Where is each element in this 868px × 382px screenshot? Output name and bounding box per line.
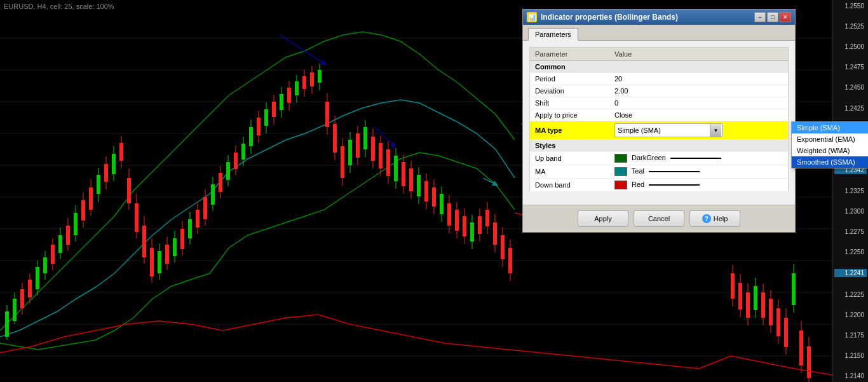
price-3: 1.2500 <box>834 43 867 50</box>
price-17: 1.2140 <box>834 372 867 379</box>
param-value-deviation[interactable]: 2.00 <box>609 85 789 97</box>
help-label: Help <box>714 215 728 222</box>
close-button[interactable]: ✕ <box>780 12 791 22</box>
style-label-ma: MA <box>530 165 610 179</box>
chart-title: EURUSD, H4, cell: 25, scale: 100% <box>4 3 114 10</box>
price-9: 1.2325 <box>834 188 867 194</box>
section-common-label: Common <box>530 61 789 73</box>
price-scale: 1.2550 1.2525 1.2500 1.2475 1.2450 1.242… <box>832 0 868 382</box>
dialog-title: Indicator properties (Bollinger Bands) <box>541 13 678 22</box>
parameters-table: Parameter Value Common Period 20 Deviati… <box>529 47 789 192</box>
ma-type-cell: Simple (SMA) Exponential (EMA) Weighted … <box>609 121 789 140</box>
param-label-apply-to-price: Apply to price <box>530 109 610 121</box>
dropdown-item-simple[interactable]: Simple (SMA) <box>792 122 868 133</box>
style-value-ma[interactable]: Teal <box>609 165 789 179</box>
upband-line-style <box>670 158 721 159</box>
table-row-ma: MA Teal <box>530 165 789 179</box>
price-16: 1.2150 <box>834 352 867 359</box>
price-12: 1.2250 <box>834 249 867 256</box>
upband-color-swatch <box>614 154 627 163</box>
ma-type-dropdown-popup: Simple (SMA) Exponential (EMA) Weighted … <box>791 121 868 168</box>
price-15: 1.2175 <box>834 332 867 339</box>
column-header-parameter: Parameter <box>530 48 610 61</box>
param-value-shift[interactable]: 0 <box>609 97 789 109</box>
ma-line-style <box>649 171 700 172</box>
price-current: 1.2241 <box>834 269 867 277</box>
price-4: 1.2475 <box>834 64 867 71</box>
downband-line-style <box>649 184 700 186</box>
ma-type-row: MA type Simple (SMA) Exponential (EMA) W… <box>530 121 789 140</box>
param-label-period: Period <box>530 73 610 85</box>
table-row: Period 20 <box>530 73 789 85</box>
tab-bar: Parameters <box>523 25 795 41</box>
price-1: 1.2550 <box>834 3 867 10</box>
ma-color-swatch <box>614 167 627 176</box>
param-value-apply-to-price[interactable]: Close <box>609 109 789 121</box>
cancel-button[interactable]: Cancel <box>634 210 684 227</box>
table-row-upband: Up band DarkGreen <box>530 152 789 165</box>
style-label-downband: Down band <box>530 179 610 192</box>
downband-color-swatch <box>614 181 627 189</box>
dialog-titlebar: 📊 Indicator properties (Bollinger Bands)… <box>523 10 795 25</box>
param-label-ma-type: MA type <box>530 121 610 140</box>
minimize-button[interactable]: − <box>754 12 766 22</box>
param-label-shift: Shift <box>530 97 610 109</box>
price-14: 1.2200 <box>834 311 867 318</box>
ma-color-name: Teal <box>632 167 644 175</box>
help-button[interactable]: ? Help <box>689 210 740 227</box>
table-row: Apply to price Close <box>530 109 789 121</box>
table-row: Deviation 2.00 <box>530 85 789 97</box>
indicator-properties-dialog: 📊 Indicator properties (Bollinger Bands)… <box>522 9 796 233</box>
table-row: Shift 0 <box>530 97 789 109</box>
dropdown-item-exponential[interactable]: Exponential (EMA) <box>792 133 868 145</box>
price-5: 1.2450 <box>834 84 867 91</box>
dropdown-item-smoothed[interactable]: Smoothed (SSMA) <box>792 156 868 168</box>
section-common: Common <box>530 61 789 73</box>
apply-button[interactable]: Apply <box>578 210 628 227</box>
price-11: 1.2275 <box>834 228 867 235</box>
table-row-downband: Down band Red <box>530 179 789 192</box>
dropdown-item-weighted[interactable]: Weighted (WMA) <box>792 145 868 156</box>
column-header-value: Value <box>609 48 789 61</box>
ma-type-select[interactable]: Simple (SMA) Exponential (EMA) Weighted … <box>614 123 722 137</box>
style-value-upband[interactable]: DarkGreen <box>609 152 789 165</box>
tab-parameters[interactable]: Parameters <box>528 28 578 41</box>
section-styles-label: Styles <box>530 140 789 152</box>
dialog-footer: Apply Cancel ? Help <box>523 205 795 232</box>
upband-color-name: DarkGreen <box>632 154 666 161</box>
style-label-upband: Up band <box>530 152 610 165</box>
price-10: 1.2300 <box>834 208 867 215</box>
maximize-button[interactable]: □ <box>767 12 778 22</box>
price-13: 1.2225 <box>834 291 867 298</box>
dialog-body: Parameter Value Common Period 20 Deviati… <box>523 41 795 205</box>
ma-type-select-wrapper: Simple (SMA) Exponential (EMA) Weighted … <box>614 123 722 137</box>
param-label-deviation: Deviation <box>530 85 610 97</box>
dialog-title-area: 📊 Indicator properties (Bollinger Bands) <box>527 12 678 22</box>
downband-color-name: Red <box>632 181 644 188</box>
dialog-icon: 📊 <box>527 12 537 22</box>
price-6: 1.2425 <box>834 105 867 112</box>
window-controls: − □ ✕ <box>754 12 791 22</box>
style-value-downband[interactable]: Red <box>609 179 789 192</box>
price-2: 1.2525 <box>834 23 867 30</box>
help-icon: ? <box>702 214 711 223</box>
param-value-period[interactable]: 20 <box>609 73 789 85</box>
section-styles: Styles <box>530 140 789 152</box>
